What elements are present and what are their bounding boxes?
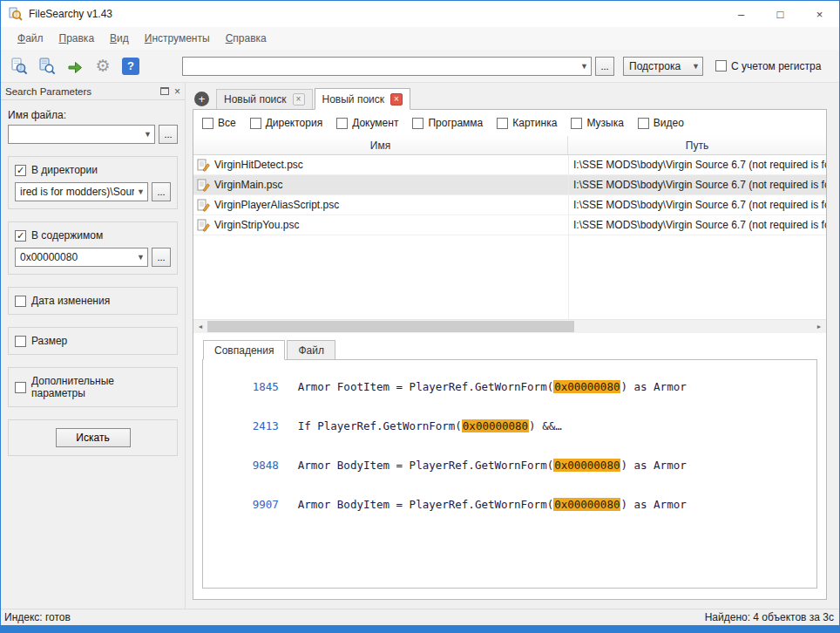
checkbox-box[interactable] bbox=[571, 118, 582, 129]
menu-item-3[interactable]: Инструменты bbox=[137, 32, 218, 44]
menu-item-4[interactable]: Справка bbox=[218, 32, 274, 44]
menu-item-1[interactable]: Правка bbox=[51, 32, 103, 44]
checkbox-box[interactable] bbox=[336, 118, 348, 129]
result-row[interactable]: VirginPlayerAliasScript.psc I:\SSE MODS\… bbox=[193, 195, 826, 215]
column-header-path[interactable]: Путь bbox=[568, 136, 826, 154]
add-tab-button[interactable]: + bbox=[194, 92, 209, 106]
matches-panel: 1845Armor FootItem = PlayerRef.GetWornFo… bbox=[202, 359, 817, 589]
match-highlight: 0x00000080 bbox=[462, 419, 529, 432]
matches-area: СовпаденияФайл 1845Armor FootItem = Play… bbox=[193, 333, 826, 599]
app-icon bbox=[8, 6, 24, 22]
table-body: VirginHitDetect.psc I:\SSE MODS\body\Vir… bbox=[193, 155, 826, 235]
browse-button[interactable]: ... bbox=[595, 57, 614, 76]
chevron-down-icon[interactable]: ▼ bbox=[141, 130, 154, 139]
search-input[interactable]: ▼ bbox=[182, 57, 592, 76]
match-code: Armor FootItem = PlayerRef.GetWornForm(0… bbox=[298, 380, 687, 393]
match-mode-select[interactable]: Подстрока ▼ bbox=[623, 57, 703, 76]
filename-label: Имя файла: bbox=[8, 109, 178, 121]
result-row[interactable]: VirginMain.psc I:\SSE MODS\body\Virgin S… bbox=[193, 175, 826, 195]
search-tab-0[interactable]: Новый поиск × bbox=[216, 89, 313, 109]
scroll-left-arrow[interactable]: ◄ bbox=[193, 323, 207, 330]
checkbox-box[interactable] bbox=[638, 118, 649, 129]
content-input[interactable]: 0x00000080 ▼ bbox=[15, 248, 148, 267]
results-table: Имя Путь VirginHitDetect.psc I:\SSE MODS… bbox=[193, 136, 826, 320]
match-mode-value: Подстрока bbox=[624, 60, 689, 72]
filter-1[interactable]: Директория bbox=[250, 117, 322, 129]
in-content-checkbox[interactable]: В содержимом bbox=[15, 229, 171, 242]
in-content-group: В содержимом 0x00000080 ▼ ... bbox=[8, 221, 178, 275]
filter-6[interactable]: Видео bbox=[638, 117, 684, 129]
match-code: Armor BodyItem = PlayerRef.GetWornForm(0… bbox=[298, 498, 687, 511]
checkbox-box[interactable] bbox=[412, 118, 423, 129]
tab-label: Новый поиск bbox=[322, 93, 385, 106]
scroll-right-arrow[interactable]: ► bbox=[812, 323, 826, 330]
match-line[interactable]: 9907Armor BodyItem = PlayerRef.GetWornFo… bbox=[207, 485, 813, 524]
scrollbar-thumb[interactable] bbox=[207, 321, 574, 332]
tab-label: Новый поиск bbox=[224, 93, 287, 106]
match-line[interactable]: 2413If PlayerRef.GetWornForm(0x00000080)… bbox=[207, 406, 813, 446]
result-filename: VirginStripYou.psc bbox=[214, 219, 299, 231]
result-row[interactable]: VirginStripYou.psc I:\SSE MODS\body\Virg… bbox=[193, 215, 826, 235]
open-result-icon[interactable] bbox=[64, 55, 86, 78]
date-modified-checkbox[interactable]: Дата изменения bbox=[15, 295, 171, 307]
checkbox-box[interactable] bbox=[15, 336, 26, 347]
tab-close-icon[interactable]: × bbox=[293, 93, 305, 106]
close-button[interactable]: × bbox=[800, 1, 839, 27]
in-directory-checkbox[interactable]: В директории bbox=[15, 164, 171, 176]
checkbox-box[interactable] bbox=[202, 118, 213, 129]
checkbox-box[interactable] bbox=[15, 230, 26, 242]
checkbox-box[interactable] bbox=[250, 118, 261, 129]
filter-3[interactable]: Программа bbox=[412, 117, 483, 129]
result-row[interactable]: VirginHitDetect.psc I:\SSE MODS\body\Vir… bbox=[193, 155, 826, 175]
column-header-name[interactable]: Имя bbox=[193, 136, 568, 154]
checkbox-box[interactable] bbox=[15, 296, 26, 307]
chevron-down-icon[interactable]: ▼ bbox=[134, 187, 147, 196]
filter-0[interactable]: Все bbox=[202, 117, 236, 129]
help-icon[interactable]: ? bbox=[119, 55, 142, 78]
minimize-button[interactable]: – bbox=[721, 1, 761, 27]
table-header: Имя Путь bbox=[193, 136, 826, 155]
search-button[interactable]: Искать bbox=[56, 428, 131, 447]
settings-gear-icon[interactable]: ⚙ bbox=[91, 55, 114, 78]
filter-2[interactable]: Документ bbox=[336, 117, 398, 129]
chevron-down-icon: ▼ bbox=[689, 62, 702, 71]
checkbox-box[interactable] bbox=[715, 60, 727, 71]
match-line[interactable]: 1845Armor FootItem = PlayerRef.GetWornFo… bbox=[207, 367, 813, 406]
checkbox-box[interactable] bbox=[497, 118, 508, 129]
float-panel-icon[interactable] bbox=[160, 87, 169, 95]
content-browse-button[interactable]: ... bbox=[152, 248, 171, 267]
extra-params-checkbox[interactable]: Дополнительные параметры bbox=[15, 375, 171, 399]
maximize-button[interactable]: □ bbox=[761, 1, 800, 27]
tab-close-icon[interactable]: × bbox=[390, 93, 403, 106]
search-button-group: Искать bbox=[8, 419, 178, 456]
menu-item-0[interactable]: Файл bbox=[10, 32, 51, 44]
filename-input[interactable]: ▼ bbox=[8, 125, 155, 144]
checkbox-box[interactable] bbox=[15, 382, 26, 393]
directory-browse-button[interactable]: ... bbox=[152, 182, 171, 201]
extra-params-group: Дополнительные параметры bbox=[8, 367, 178, 407]
script-file-icon bbox=[197, 199, 210, 212]
horizontal-scrollbar[interactable]: ◄ ► bbox=[193, 320, 826, 333]
chevron-down-icon[interactable]: ▼ bbox=[134, 253, 147, 262]
search-tab-1[interactable]: Новый поиск × bbox=[315, 88, 411, 110]
filter-5[interactable]: Музыка bbox=[571, 117, 623, 129]
case-sensitive-checkbox[interactable]: С учетом регистра bbox=[715, 60, 821, 72]
checkbox-box[interactable] bbox=[15, 165, 26, 176]
search-icon[interactable] bbox=[8, 55, 30, 78]
panel-title: Search Parameters bbox=[5, 86, 91, 97]
directory-input[interactable]: ired is for modders)\Source ▼ bbox=[15, 182, 148, 201]
matches-tab-0[interactable]: Совпадения bbox=[203, 340, 285, 360]
close-panel-icon[interactable]: × bbox=[174, 86, 180, 97]
filter-4[interactable]: Картинка bbox=[497, 117, 557, 129]
match-line[interactable]: 9848Armor BodyItem = PlayerRef.GetWornFo… bbox=[207, 446, 813, 485]
type-filters: Все Директория Документ Программа Картин… bbox=[193, 110, 826, 136]
result-name-cell: VirginPlayerAliasScript.psc bbox=[193, 199, 568, 212]
filename-browse-button[interactable]: ... bbox=[159, 125, 178, 144]
chevron-down-icon[interactable]: ▼ bbox=[578, 62, 591, 71]
menu-item-2[interactable]: Вид bbox=[102, 32, 137, 44]
panel-header: Search Parameters × bbox=[1, 83, 185, 100]
size-checkbox[interactable]: Размер bbox=[15, 335, 171, 347]
result-name-cell: VirginMain.psc bbox=[193, 179, 568, 192]
new-search-icon[interactable] bbox=[36, 55, 58, 78]
matches-tab-1[interactable]: Файл bbox=[287, 340, 335, 359]
